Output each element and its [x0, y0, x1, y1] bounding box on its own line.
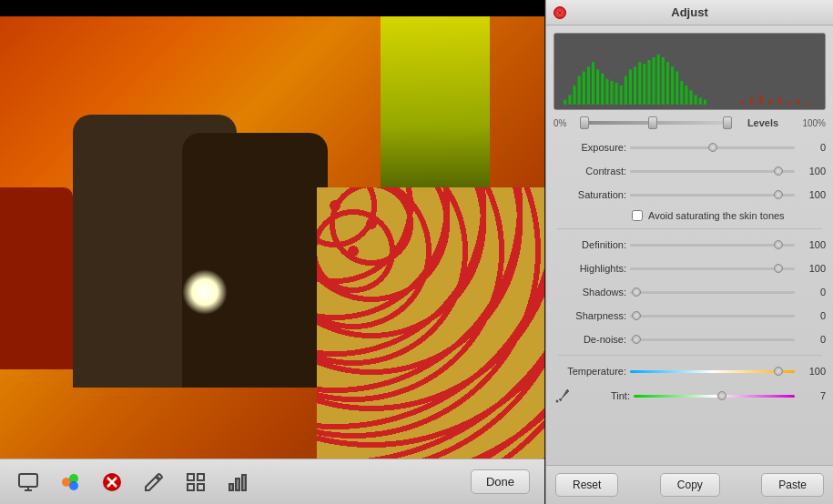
denoise-slider[interactable] — [630, 331, 795, 348]
histogram-chart — [554, 34, 825, 109]
sliders-section: Exposure: 0 Contrast: 100 Saturation: — [546, 136, 833, 465]
exposure-track — [630, 146, 795, 149]
svg-rect-46 — [699, 98, 702, 105]
paste-button[interactable]: Paste — [761, 473, 824, 497]
svg-rect-52 — [778, 98, 781, 105]
saturation-slider[interactable] — [630, 186, 795, 203]
highlights-thumb[interactable] — [774, 264, 783, 273]
boot-right — [182, 133, 328, 388]
tint-slider[interactable] — [634, 388, 795, 404]
definition-track — [630, 244, 795, 247]
tint-track — [634, 395, 795, 398]
levels-slider[interactable] — [580, 114, 732, 132]
sharpness-label: Sharpness: — [554, 310, 626, 321]
exposure-slider[interactable] — [630, 139, 795, 156]
adjust-panel: × Adjust — [545, 0, 833, 504]
slider-row-saturation: Saturation: 100 — [550, 183, 829, 207]
levels-thumb-left[interactable] — [580, 116, 589, 129]
sharpness-value: 0 — [798, 310, 826, 321]
sharpness-track — [630, 315, 795, 318]
definition-value: 100 — [798, 239, 826, 250]
avoid-saturating-checkbox[interactable] — [632, 210, 643, 221]
brush-icon[interactable] — [140, 469, 168, 496]
panel-title: Adjust — [671, 5, 707, 19]
exposure-label: Exposure: — [554, 142, 626, 153]
panel-bottom-buttons: Reset Copy Paste — [546, 465, 833, 504]
exposure-thumb[interactable] — [708, 143, 717, 152]
tint-thumb[interactable] — [717, 391, 726, 400]
svg-rect-23 — [592, 62, 594, 105]
saturation-thumb[interactable] — [774, 190, 783, 199]
svg-rect-42 — [680, 81, 683, 105]
svg-rect-53 — [787, 102, 790, 105]
close-button[interactable]: × — [554, 6, 566, 19]
monitor-icon[interactable] — [15, 469, 42, 496]
slider-row-definition: Definition: 100 — [550, 233, 829, 257]
svg-rect-13 — [229, 484, 233, 490]
shadows-slider[interactable] — [630, 284, 795, 300]
eyedropper-icon[interactable] — [554, 387, 572, 405]
svg-rect-10 — [198, 474, 204, 480]
definition-thumb[interactable] — [774, 240, 783, 249]
photo-area: Done — [0, 0, 544, 504]
svg-rect-14 — [236, 479, 239, 490]
svg-rect-22 — [587, 66, 590, 105]
svg-rect-29 — [620, 86, 623, 105]
sharpness-slider[interactable] — [630, 307, 795, 324]
svg-rect-12 — [198, 484, 204, 490]
svg-rect-24 — [596, 69, 599, 104]
delete-icon[interactable] — [98, 469, 126, 496]
highlights-slider[interactable] — [630, 260, 795, 277]
highlights-value: 100 — [798, 263, 826, 274]
svg-rect-17 — [564, 100, 566, 105]
grid-icon[interactable] — [182, 469, 209, 496]
svg-rect-34 — [643, 64, 645, 105]
levels-max-label: 100% — [794, 118, 826, 128]
temperature-slider[interactable] — [630, 363, 795, 379]
denoise-thumb[interactable] — [632, 335, 641, 344]
slider-row-shadows: Shadows: 0 — [550, 280, 829, 304]
slider-row-highlights: Highlights: 100 — [550, 257, 829, 280]
svg-rect-33 — [638, 62, 641, 105]
contrast-value: 100 — [798, 166, 826, 176]
denoise-value: 0 — [798, 334, 826, 345]
reset-button[interactable]: Reset — [555, 473, 618, 497]
temperature-value: 100 — [798, 366, 826, 377]
done-button[interactable]: Done — [471, 469, 530, 494]
bottom-toolbar: Done — [0, 459, 544, 504]
slider-row-tint: Tint: 7 — [550, 383, 829, 408]
levels-min-label: 0% — [554, 118, 576, 128]
copy-button[interactable]: Copy — [660, 473, 720, 497]
levels-track — [580, 121, 732, 125]
contrast-thumb[interactable] — [774, 166, 783, 176]
levels-row: 0% Levels 100% — [546, 110, 833, 136]
svg-rect-26 — [605, 79, 608, 105]
svg-rect-54 — [797, 100, 799, 105]
shadows-value: 0 — [798, 287, 826, 297]
definition-slider[interactable] — [630, 237, 795, 253]
avoid-saturating-row: Avoid saturating the skin tones — [550, 207, 829, 225]
levels-thumb-right[interactable] — [723, 116, 732, 129]
saturation-track — [630, 194, 795, 197]
levels-thumb-mid[interactable] — [648, 116, 657, 129]
svg-rect-32 — [634, 66, 636, 105]
svg-rect-18 — [568, 95, 571, 104]
svg-rect-47 — [704, 100, 706, 105]
temperature-thumb[interactable] — [774, 367, 783, 376]
sharpness-thumb[interactable] — [632, 311, 641, 320]
histogram-icon[interactable] — [224, 469, 251, 496]
saturation-value: 100 — [798, 189, 826, 200]
svg-rect-20 — [578, 76, 581, 105]
tint-label: Tint: — [575, 390, 630, 401]
svg-rect-30 — [625, 76, 627, 105]
window-accent — [381, 16, 490, 198]
shadows-track — [630, 291, 795, 294]
svg-rect-31 — [629, 69, 632, 104]
color-adjust-icon[interactable] — [56, 469, 84, 496]
svg-rect-45 — [695, 95, 697, 104]
exposure-value: 0 — [798, 142, 826, 153]
contrast-slider[interactable] — [630, 163, 795, 179]
shadows-thumb[interactable] — [632, 287, 641, 297]
temperature-track — [630, 370, 795, 373]
photo-background — [0, 16, 544, 460]
